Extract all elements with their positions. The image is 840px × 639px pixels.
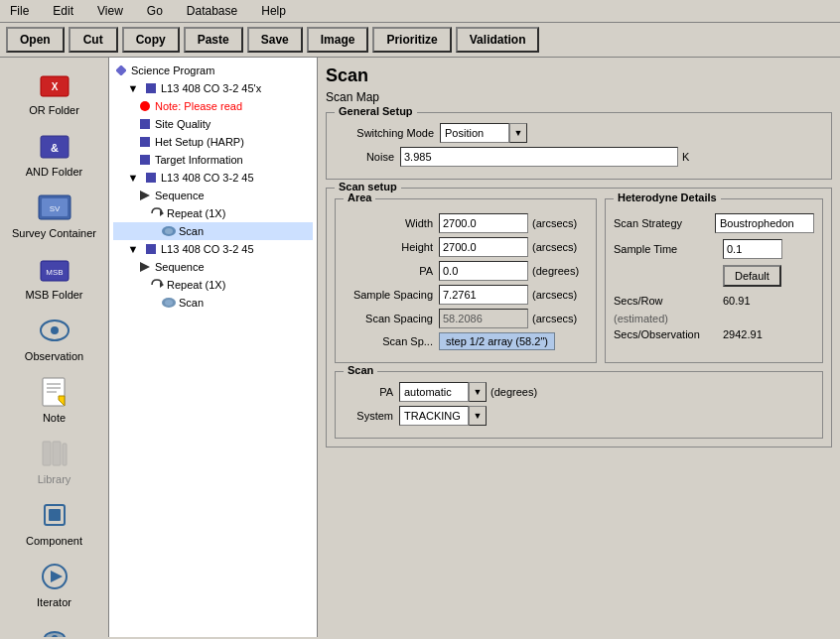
main-layout: X OR Folder & AND Folder SV: [0, 58, 840, 637]
tree-sq-blue-2: [143, 170, 159, 186]
scan-sp-label: Scan Sp...: [344, 335, 433, 347]
sidebar-item-msb-folder[interactable]: MSB MSB Folder: [4, 246, 104, 306]
tree-item-sequence-1[interactable]: Sequence: [113, 187, 313, 204]
sample-spacing-unit: (arcsecs): [532, 289, 577, 301]
or-folder-icon: X: [37, 66, 72, 102]
tree-item-l13-1[interactable]: ▼ L13 408 CO 3-2 45'x: [113, 79, 313, 97]
menu-view[interactable]: View: [91, 2, 129, 20]
and-folder-icon: &: [37, 128, 72, 164]
menu-edit[interactable]: Edit: [47, 2, 79, 20]
svg-text:X: X: [51, 81, 58, 92]
scan-strategy-value: Boustrophedon: [715, 213, 814, 233]
note-label: Note: [43, 412, 66, 424]
menu-go[interactable]: Go: [141, 2, 169, 20]
sidebar-item-library[interactable]: Library: [4, 431, 104, 490]
tree-het-setup-label: Het Setup (HARP): [155, 136, 244, 148]
tree-scan-1-label: Scan: [179, 225, 204, 237]
tree-sequence-1-label: Sequence: [155, 190, 205, 201]
page-title: Scan: [326, 65, 832, 86]
scan-bottom-title: Scan: [344, 364, 377, 376]
tree-item-sequence-2[interactable]: Sequence: [113, 258, 313, 276]
svg-rect-27: [146, 83, 156, 93]
svg-rect-16: [43, 442, 51, 465]
sidebar-item-observe[interactable]: Observe: [4, 615, 104, 637]
sidebar-item-component[interactable]: Component: [4, 492, 104, 552]
tree-item-repeat-1[interactable]: Repeat (1X): [113, 204, 313, 222]
height-label: Height: [344, 241, 433, 253]
msb-folder-icon: MSB: [37, 251, 72, 287]
tree-item-science-program[interactable]: Science Program: [113, 62, 313, 79]
scan-pa-unit: (degrees): [490, 386, 537, 398]
tree-item-target-info[interactable]: Target Information: [113, 151, 313, 169]
tree-scan-icon-2: [161, 295, 177, 311]
scan-system-dropdown[interactable]: ▼: [469, 406, 487, 426]
secs-row-value: 60.91: [723, 295, 751, 307]
save-button[interactable]: Save: [247, 27, 303, 53]
sidebar-item-or-folder[interactable]: X OR Folder: [4, 62, 104, 121]
switching-mode-label: Switching Mode: [335, 127, 434, 139]
scan-system-label: System: [344, 410, 393, 422]
scan-spacing-unit: (arcsecs): [532, 313, 577, 324]
tree-item-scan-2[interactable]: Scan: [113, 294, 313, 312]
component-label: Component: [26, 535, 82, 547]
and-folder-label: AND Folder: [26, 166, 82, 178]
pa-area-unit: (degrees): [532, 265, 579, 277]
default-button[interactable]: Default: [723, 265, 781, 287]
pa-area-input[interactable]: [439, 261, 528, 281]
sidebar-item-and-folder[interactable]: & AND Folder: [4, 123, 104, 183]
tree-scan-2-label: Scan: [179, 297, 204, 309]
svg-point-28: [140, 101, 150, 111]
tree-sq-site: [137, 116, 153, 132]
svg-point-36: [165, 228, 173, 234]
sidebar: X OR Folder & AND Folder SV: [0, 58, 109, 637]
tree-item-scan-1[interactable]: Scan: [113, 222, 313, 240]
menu-database[interactable]: Database: [181, 2, 243, 20]
copy-button[interactable]: Copy: [122, 27, 180, 53]
sample-time-input[interactable]: [723, 239, 782, 259]
tree-item-site-quality[interactable]: Site Quality: [113, 115, 313, 133]
menu-help[interactable]: Help: [255, 2, 292, 20]
width-unit: (arcsecs): [532, 217, 577, 229]
menu-file[interactable]: File: [4, 2, 35, 20]
cut-button[interactable]: Cut: [69, 27, 118, 53]
switching-mode-dropdown[interactable]: ▼: [509, 123, 527, 143]
sidebar-item-survey-container[interactable]: SV Survey Container: [4, 185, 104, 244]
tree-item-note[interactable]: Note: Please read: [113, 97, 313, 115]
validation-button[interactable]: Validation: [456, 27, 540, 53]
tree-item-l13-2[interactable]: ▼ L13 408 CO 3-2 45: [113, 169, 313, 187]
width-input[interactable]: [439, 213, 528, 233]
paste-button[interactable]: Paste: [184, 27, 243, 53]
switching-mode-row: Switching Mode Position ▼: [335, 123, 823, 143]
open-button[interactable]: Open: [6, 27, 65, 53]
svg-rect-26: [116, 65, 126, 75]
tree-l13-2-label: L13 408 CO 3-2 45: [161, 172, 254, 184]
secs-row-note: (estimated): [614, 313, 814, 324]
noise-input[interactable]: [400, 147, 678, 167]
tree-item-repeat-2[interactable]: Repeat (1X): [113, 276, 313, 294]
note-icon: [37, 374, 72, 410]
tree-panel: Science Program ▼ L13 408 CO 3-2 45'x No…: [109, 58, 318, 637]
height-input[interactable]: [439, 237, 528, 257]
general-setup-section: General Setup Switching Mode Position ▼ …: [326, 112, 832, 180]
scan-setup-section: Scan setup Area Width (arcsecs): [326, 188, 832, 447]
switching-mode-display: Position: [440, 123, 509, 143]
sidebar-item-observation[interactable]: Observation: [4, 308, 104, 367]
scan-pa-select-wrapper: automatic ▼: [399, 382, 487, 402]
tree-sq-target: [137, 152, 153, 168]
sidebar-item-iterator[interactable]: Iterator: [4, 554, 104, 613]
scan-pa-label: PA: [344, 386, 393, 398]
prioritize-button[interactable]: Prioritize: [372, 27, 451, 53]
survey-container-icon: SV: [37, 190, 72, 225]
sample-spacing-input[interactable]: [439, 285, 528, 305]
tree-item-l13-3[interactable]: ▼ L13 408 CO 3-2 45: [113, 240, 313, 258]
image-button[interactable]: Image: [307, 27, 369, 53]
scan-strategy-row: Scan Strategy Boustrophedon: [614, 213, 814, 233]
tree-item-het-setup[interactable]: Het Setup (HARP): [113, 133, 313, 151]
scan-spacing-input: [439, 309, 528, 328]
sample-spacing-label: Sample Spacing: [344, 289, 433, 301]
tree-science-program-label: Science Program: [131, 64, 214, 76]
sidebar-item-note[interactable]: Note: [4, 369, 104, 429]
width-label: Width: [344, 217, 433, 229]
width-row: Width (arcsecs): [344, 213, 588, 233]
scan-pa-dropdown[interactable]: ▼: [469, 382, 487, 402]
